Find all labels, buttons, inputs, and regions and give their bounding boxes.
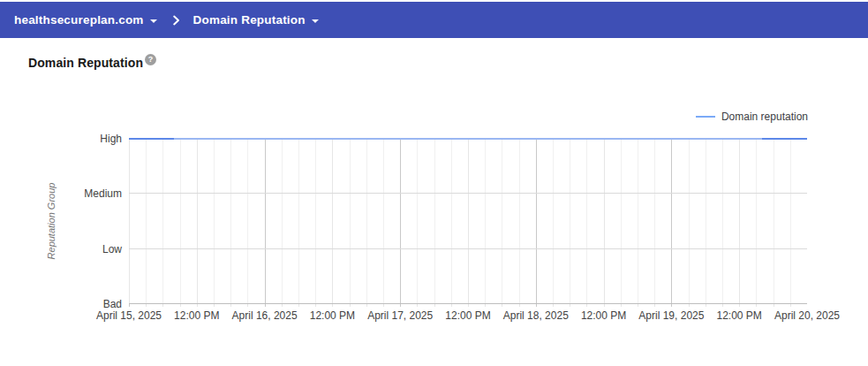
title-row: Domain Reputation ? bbox=[28, 56, 156, 70]
page-title: Domain Reputation bbox=[28, 56, 143, 70]
y-tick-label: High bbox=[51, 133, 122, 145]
domain-reputation-chart[interactable] bbox=[129, 138, 807, 309]
caret-down-icon bbox=[312, 19, 319, 23]
report-selector[interactable]: Domain Reputation bbox=[193, 13, 319, 27]
y-tick-label: Bad bbox=[51, 298, 122, 310]
legend-label: Domain reputation bbox=[721, 111, 808, 123]
app-header: healthsecureplan.com Domain Reputation bbox=[0, 2, 868, 38]
help-icon[interactable]: ? bbox=[145, 54, 156, 65]
domain-selector[interactable]: healthsecureplan.com bbox=[14, 13, 157, 27]
report-selector-label: Domain Reputation bbox=[193, 13, 306, 27]
legend-line-swatch bbox=[696, 116, 715, 118]
chart-legend: Domain reputation bbox=[696, 110, 808, 124]
chevron-right-icon bbox=[171, 15, 181, 26]
caret-down-icon bbox=[150, 19, 157, 23]
domain-selector-label: healthsecureplan.com bbox=[14, 13, 144, 27]
y-tick-label: Low bbox=[51, 243, 122, 255]
y-tick-label: Medium bbox=[51, 187, 122, 200]
x-tick-label: April 20, 2025 bbox=[759, 309, 856, 322]
